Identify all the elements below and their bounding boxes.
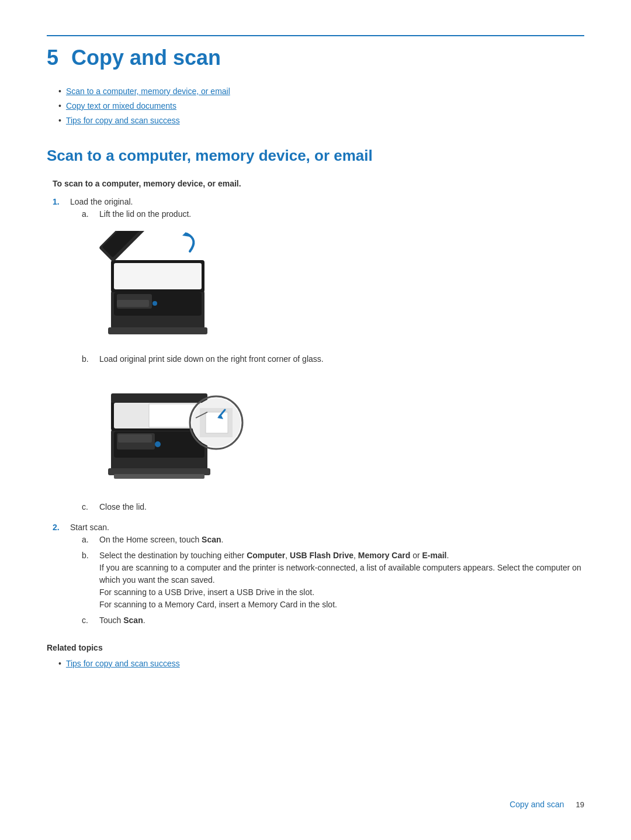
substep-2b-plain: Select the destination by touching eithe… xyxy=(99,551,247,560)
substep-1c-label: c. xyxy=(82,501,99,513)
substep-1a-label: a. xyxy=(82,208,99,220)
related-topic-tips-link[interactable]: Tips for copy and scan success xyxy=(66,658,180,670)
substep-2a-end: . xyxy=(221,535,224,544)
step-container: To scan to a computer, memory device, or… xyxy=(53,178,584,630)
step-1-num: 1. xyxy=(53,196,70,517)
substep-2c-plain: Touch xyxy=(99,616,123,625)
chapter-number: 5 xyxy=(47,46,58,70)
top-border xyxy=(47,35,584,36)
svg-rect-7 xyxy=(114,263,202,289)
footer: Copy and scan 19 xyxy=(509,798,584,811)
related-topics-list: Tips for copy and scan success xyxy=(58,658,584,670)
step-1: 1. Load the original. a. Lift the lid on… xyxy=(53,196,584,517)
toc-item-3[interactable]: Tips for copy and scan success xyxy=(58,115,584,127)
substep-1b: b. Load original print side down on the … xyxy=(82,353,584,365)
substep-2c: c. Touch Scan. xyxy=(82,614,584,627)
step-2: 2. Start scan. a. On the Home screen, to… xyxy=(53,521,584,630)
svg-rect-21 xyxy=(111,393,207,403)
substep-2b-text: Select the destination by touching eithe… xyxy=(99,549,584,611)
svg-point-15 xyxy=(155,441,161,447)
svg-rect-17 xyxy=(114,474,204,479)
footer-page-number: 19 xyxy=(576,799,584,811)
svg-point-4 xyxy=(152,301,157,306)
svg-rect-14 xyxy=(118,434,152,443)
substep-2a-label: a. xyxy=(82,534,99,546)
toc-link-scan[interactable]: Scan to a computer, memory device, or em… xyxy=(66,85,230,98)
substep-2b-memory: Memory Card xyxy=(358,551,410,560)
chapter-title-text: Copy and scan xyxy=(71,46,221,70)
substep-1c: c. Close the lid. xyxy=(82,501,584,513)
chapter-title: 5 Copy and scan xyxy=(47,42,584,74)
toc-list: Scan to a computer, memory device, or em… xyxy=(58,85,584,127)
printer-document-image xyxy=(99,376,584,490)
svg-rect-5 xyxy=(108,327,207,334)
substep-2b: b. Select the destination by touching ei… xyxy=(82,549,584,611)
substep-2c-text: Touch Scan. xyxy=(99,614,584,627)
svg-rect-25 xyxy=(206,412,228,433)
substep-2c-bold: Scan xyxy=(123,616,143,625)
substep-1b-label: b. xyxy=(82,353,99,365)
printer-open-svg xyxy=(99,231,216,339)
toc-link-tips[interactable]: Tips for copy and scan success xyxy=(66,115,180,127)
toc-item-2[interactable]: Copy text or mixed documents xyxy=(58,100,584,112)
step-2-text: Start scan. xyxy=(70,523,109,532)
substep-2a-bold: Scan xyxy=(202,535,221,544)
substep-2a-plain: On the Home screen, touch xyxy=(99,535,202,544)
svg-rect-3 xyxy=(117,300,149,307)
printer-doc-svg xyxy=(99,376,251,487)
substep-2b-label: b. xyxy=(82,549,99,611)
substep-1c-text: Close the lid. xyxy=(99,501,584,513)
related-topic-1[interactable]: Tips for copy and scan success xyxy=(58,658,584,670)
related-topics-title: Related topics xyxy=(47,642,584,654)
step-2-num: 2. xyxy=(53,521,70,630)
footer-section-link[interactable]: Copy and scan xyxy=(509,798,564,811)
substep-1b-text: Load original print side down on the rig… xyxy=(99,353,584,365)
substep-1a: a. Lift the lid on the product. xyxy=(82,208,584,220)
step-2-content: Start scan. a. On the Home screen, touch… xyxy=(70,521,584,630)
substep-2b-email: E-mail xyxy=(422,551,447,560)
substep-2c-label: c. xyxy=(82,614,99,627)
substep-2b-usb: USB Flash Drive xyxy=(290,551,353,560)
toc-item-1[interactable]: Scan to a computer, memory device, or em… xyxy=(58,85,584,98)
step-1-text: Load the original. xyxy=(70,197,133,206)
substep-1a-text: Lift the lid on the product. xyxy=(99,208,584,220)
related-topics: Related topics Tips for copy and scan su… xyxy=(47,642,584,670)
toc-link-copy[interactable]: Copy text or mixed documents xyxy=(66,100,176,112)
substep-2a-text: On the Home screen, touch Scan. xyxy=(99,534,584,546)
section-title: Scan to a computer, memory device, or em… xyxy=(47,144,584,167)
substep-2c-end: . xyxy=(143,616,145,625)
instruction-heading: To scan to a computer, memory device, or… xyxy=(53,178,584,190)
substep-2a: a. On the Home screen, touch Scan. xyxy=(82,534,584,546)
printer-lid-open-image xyxy=(99,231,584,343)
substep-2b-computer: Computer xyxy=(247,551,285,560)
step-1-content: Load the original. a. Lift the lid on th… xyxy=(70,196,584,517)
